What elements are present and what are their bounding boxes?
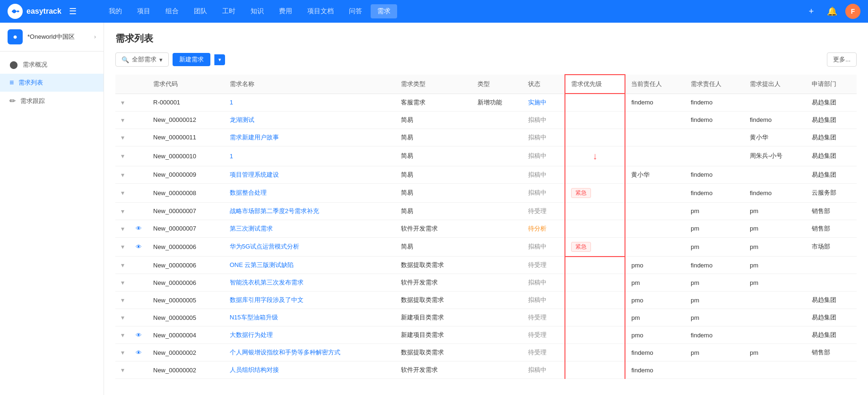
eye-icon[interactable]: 👁	[136, 349, 142, 356]
cell-expand[interactable]: ▾	[115, 111, 130, 129]
eye-icon[interactable]: 👁	[136, 225, 142, 232]
bell-icon[interactable]: 🔔	[825, 4, 840, 19]
expand-icon[interactable]: ▾	[121, 243, 124, 250]
more-button[interactable]: 更多...	[827, 52, 857, 67]
cell-name[interactable]: 华为5G试点运营模式分析	[224, 237, 396, 257]
cell-name[interactable]: 1	[224, 94, 396, 111]
cell-expand[interactable]: ▾	[115, 183, 130, 202]
expand-icon[interactable]: ▾	[121, 189, 124, 197]
sidebar-project[interactable]: ● *Oneworld中国区 ›	[0, 23, 104, 52]
nav-team[interactable]: 团队	[187, 4, 214, 18]
cell-current-owner: pmo	[625, 326, 685, 344]
expand-icon[interactable]: ▾	[121, 207, 124, 215]
expand-icon[interactable]: ▾	[121, 331, 124, 339]
cell-expand[interactable]: ▾	[115, 274, 130, 292]
search-filter-button[interactable]: 🔍 全部需求 ▾	[115, 52, 169, 67]
cell-submitter: pm	[744, 220, 806, 237]
cell-dept: 易趋集团	[806, 94, 857, 111]
sidebar-item-list[interactable]: ≡ 需求列表	[0, 74, 104, 92]
expand-icon[interactable]: ▾	[121, 314, 124, 321]
cell-name[interactable]: 需求新建用户故事	[224, 129, 396, 146]
nav-cost[interactable]: 费用	[272, 4, 299, 18]
cell-req-type: 新建项目类需求	[395, 326, 472, 344]
cell-type	[472, 292, 522, 309]
cell-expand[interactable]: ▾	[115, 220, 130, 237]
cell-dept: 易趋集团	[806, 292, 857, 309]
new-btn-dropdown[interactable]: ▾	[214, 54, 225, 65]
expand-icon[interactable]: ▾	[121, 279, 124, 286]
cell-name[interactable]: 项目管理系统建设	[224, 166, 396, 183]
sidebar-item-tracking[interactable]: ✏ 需求跟踪	[0, 92, 104, 110]
cell-dept: 市场部	[806, 237, 857, 257]
nav-my[interactable]: 我的	[102, 4, 129, 18]
cell-code: New_00000006	[148, 274, 224, 292]
cell-status: 待受理	[522, 202, 565, 220]
nav-requirements[interactable]: 需求	[371, 4, 397, 18]
cell-name[interactable]: 数据整合处理	[224, 183, 396, 202]
hamburger-menu-icon[interactable]: ☰	[69, 6, 77, 17]
cell-expand[interactable]: ▾	[115, 94, 130, 111]
expand-icon[interactable]: ▾	[121, 171, 124, 179]
nav-qa[interactable]: 问答	[342, 4, 369, 18]
expand-icon[interactable]: ▾	[121, 116, 124, 124]
expand-icon[interactable]: ▾	[121, 296, 124, 304]
col-type: 类型	[472, 75, 522, 94]
col-name: 需求名称	[224, 75, 396, 94]
expand-icon[interactable]: ▾	[121, 152, 124, 160]
cell-req-type: 数据提取类需求	[395, 292, 472, 309]
cell-expand[interactable]: ▾	[115, 257, 130, 274]
expand-icon[interactable]: ▾	[121, 134, 124, 141]
avatar[interactable]: F	[845, 4, 860, 19]
cell-code: New_00000009	[148, 166, 224, 183]
cell-name[interactable]: 龙湖测试	[224, 111, 396, 129]
nav-portfolio[interactable]: 组合	[159, 4, 185, 18]
cell-dept: 易趋集团	[806, 309, 857, 326]
cell-expand[interactable]: ▾	[115, 326, 130, 344]
cell-name[interactable]: 个人网银增设指纹和手势等多种解密方式	[224, 344, 396, 361]
eye-icon[interactable]: 👁	[136, 332, 142, 339]
nav-hours[interactable]: 工时	[216, 4, 242, 18]
nav-knowledge[interactable]: 知识	[244, 4, 270, 18]
cell-expand[interactable]: ▾	[115, 166, 130, 183]
expand-icon[interactable]: ▾	[121, 261, 124, 269]
sidebar-item-overview[interactable]: ⬤ 需求概况	[0, 55, 104, 74]
table-row: ▾ New_00000009 项目管理系统建设 简易 拟稿中 黄小华 finde…	[115, 166, 857, 183]
cell-expand[interactable]: ▾	[115, 129, 130, 146]
cell-name[interactable]: 人员组织结构对接	[224, 361, 396, 379]
tracking-icon: ✏	[9, 96, 16, 105]
cell-name[interactable]: 大数据行为处理	[224, 326, 396, 344]
cell-expand[interactable]: ▾	[115, 146, 130, 166]
cell-current-owner	[625, 237, 685, 257]
cell-expand[interactable]: ▾	[115, 309, 130, 326]
cell-code: New_00000002	[148, 344, 224, 361]
cell-expand[interactable]: ▾	[115, 237, 130, 257]
requirements-table-wrapper: 需求代码 需求名称 需求类型 类型 状态 需求优先级 当前责任人 需求责任人 需…	[115, 74, 857, 379]
expand-icon[interactable]: ▾	[121, 366, 124, 374]
cell-name[interactable]: 智能洗衣机第三次发布需求	[224, 274, 396, 292]
cell-name[interactable]: 战略市场部第二季度2号需求补充	[224, 202, 396, 220]
expand-icon[interactable]: ▾	[121, 99, 124, 106]
cell-expand[interactable]: ▾	[115, 292, 130, 309]
cell-name[interactable]: ONE 云第三版测试缺陷	[224, 257, 396, 274]
cell-priority	[565, 361, 625, 379]
cell-req-type: 简易	[395, 237, 472, 257]
cell-name[interactable]: 数据库引用字段涉及了中文	[224, 292, 396, 309]
expand-icon[interactable]: ▾	[121, 349, 124, 356]
cell-dept	[806, 257, 857, 274]
cell-eye: 👁	[130, 237, 148, 257]
new-requirement-button[interactable]: 新建需求	[173, 53, 210, 66]
add-icon[interactable]: +	[804, 4, 819, 19]
cell-expand[interactable]: ▾	[115, 344, 130, 361]
cell-type	[472, 202, 522, 220]
nav-docs[interactable]: 项目文档	[301, 4, 340, 18]
cell-expand[interactable]: ▾	[115, 361, 130, 379]
cell-name[interactable]: 第三次测试需求	[224, 220, 396, 237]
cell-name[interactable]: N15车型油箱升级	[224, 309, 396, 326]
cell-name[interactable]: 1	[224, 146, 396, 166]
nav-project[interactable]: 项目	[130, 4, 157, 18]
expand-icon[interactable]: ▾	[121, 225, 124, 232]
cell-expand[interactable]: ▾	[115, 202, 130, 220]
cell-dept	[806, 274, 857, 292]
cell-eye	[130, 183, 148, 202]
eye-icon[interactable]: 👁	[136, 243, 142, 250]
